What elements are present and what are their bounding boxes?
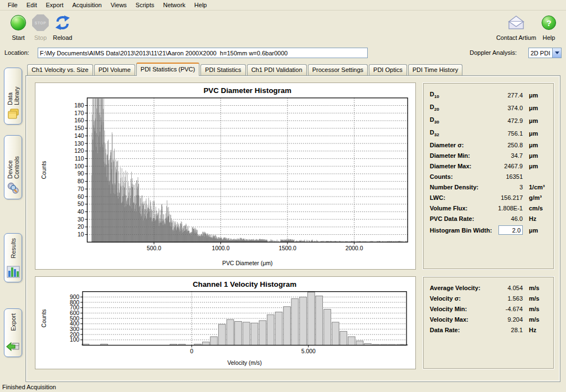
menu-item-acquisition[interactable]: Acquisition [68,1,106,9]
help-button[interactable]: ? Help [536,13,562,41]
svg-text:180: 180 [74,102,84,109]
stat-unit: μm [523,92,547,99]
pvc-stats-panel: D10277.4μmD20374.0μmD30472.9μmD32756.1μm… [423,82,554,270]
stat-value: 374.0 [488,105,523,111]
location-input[interactable] [38,48,368,58]
stat-label: D20 [430,104,488,112]
tab-processor-settings[interactable]: Processor Settings [308,64,368,75]
stat-unit: m/s [523,295,547,302]
stat-row: Number Density:31/cm³ [430,182,547,192]
menu-item-file[interactable]: File [3,1,22,9]
tab-pdi-volume[interactable]: PDI Volume [94,64,135,75]
stat-unit: μm [523,152,547,159]
location-label: Location: [4,49,29,56]
svg-text:800: 800 [70,300,80,306]
menu-item-scripts[interactable]: Scripts [131,1,159,9]
sidebar-item-results[interactable]: Results [4,233,22,282]
svg-text:2000.0: 2000.0 [346,245,363,251]
sidebar: Data LibraryDevice ControlsResultsExport [0,62,25,383]
stat-label: Velocity Min: [430,306,488,312]
doppler-analysis-dropdown[interactable]: 2D PDI [528,48,562,58]
stat-label: Volume Flux: [430,205,488,212]
stat-value: 1.808E-1 [488,205,523,212]
menu-item-network[interactable]: Network [158,1,189,9]
tab-pdi-statistics[interactable]: PDI Statistics [200,64,245,75]
svg-text:90: 90 [78,171,84,177]
svg-text:20: 20 [78,224,84,230]
stat-value: 2467.9 [488,163,523,169]
stat-unit: μm [523,130,547,137]
stat-label: Diameter Min: [430,152,488,159]
dropdown-button[interactable] [552,48,561,58]
stat-label: Number Density: [430,184,488,190]
reload-button[interactable]: Reload [47,13,79,41]
reload-button-label: Reload [47,34,79,41]
tab-ch1-velocity-vs-size[interactable]: Ch1 Velocity vs. Size [27,64,93,75]
contact-artium-button[interactable]: Contact Artium [494,13,538,41]
sidebar-item-data-library[interactable]: Data Library [4,68,22,125]
pvc-diameter-histogram-chart: PVC Diameter Histogram102030405060708090… [35,82,416,270]
stat-value: 250.8 [488,142,523,148]
svg-text:0: 0 [190,348,193,354]
stat-unit: 1/cm³ [523,184,547,190]
chevron-down-icon [555,51,559,54]
stat-unit: μm [523,227,547,234]
stat-unit: μm [523,163,547,169]
stat-row: D10277.4μm [430,89,547,101]
svg-text:500: 500 [70,316,80,322]
envelope-icon [494,13,538,32]
svg-text:1500.0: 1500.0 [279,245,296,251]
stat-unit: Hz [523,215,547,222]
stat-row: Velocity Min:-4.674m/s [430,303,547,314]
menu-item-export[interactable]: Export [42,1,68,9]
main-content: Ch1 Velocity vs. SizePDI VolumePDI Stati… [25,62,562,382]
stat-unit: cm/s [523,205,547,212]
gears-icon [7,182,20,196]
svg-text:60: 60 [78,194,84,200]
location-row: Location: Doppler Analysis: 2D PDI [0,47,566,61]
stat-unit: Hz [523,327,547,333]
stat-label: D32 [430,129,488,137]
stat-value: -4.674 [488,306,523,312]
menu-item-edit[interactable]: Edit [22,1,42,9]
velocity-histogram-chart: Channel 1 Velocity Histogram100200300400… [35,276,416,369]
stat-row: D32756.1μm [430,127,547,140]
sidebar-item-label: Device Controls [7,140,20,179]
histogram-bin-width-row: Histogram Bin Width:μm [430,224,547,236]
svg-text:130: 130 [74,141,84,147]
stat-label: LWC: [430,194,488,201]
svg-text:5.000: 5.000 [301,348,316,354]
sidebar-item-label: Data Library [7,73,20,105]
menu-item-help[interactable]: Help [190,1,212,9]
svg-text:160: 160 [74,117,84,123]
svg-text:40: 40 [78,209,84,215]
tab-pdi-optics[interactable]: PDI Optics [369,64,407,75]
menu-item-views[interactable]: Views [106,1,131,9]
stat-label: D10 [430,91,488,99]
svg-text:170: 170 [74,110,84,116]
status-bar: Finished Acquisition [0,383,566,392]
reload-icon [47,13,79,32]
doppler-analysis-value: 2D PDI [529,50,552,56]
stat-label: Velocity σ: [430,295,488,302]
stat-label: Diameter σ: [430,142,488,148]
start-icon [11,15,26,30]
svg-text:30: 30 [78,216,84,223]
tab-pdi-statistics-pvc-[interactable]: PDI Statistics (PVC) [136,63,199,76]
tab-pdi-time-history[interactable]: PDI Time History [408,64,463,75]
stat-row: D30472.9μm [430,114,547,127]
stat-value: 34.7 [488,152,523,159]
toolbar: Start STOP Stop Reload Contact Artium ? … [0,11,566,45]
tab-ch1-pdi-validation[interactable]: Ch1 PDI Validation [247,64,307,75]
stat-label: PVC Data Rate: [430,215,488,222]
svg-text:Counts: Counts [41,161,47,179]
menu-bar: FileEditExportAcquisitionViewsScriptsNet… [0,0,566,11]
stat-row: Diameter σ:250.8μm [430,140,547,150]
export-icon [6,341,20,354]
histogram-bin-width-input[interactable] [498,225,523,235]
svg-text:Channel 1 Velocity Histogram: Channel 1 Velocity Histogram [193,280,297,288]
sidebar-item-export[interactable]: Export [4,308,22,357]
stat-value: 277.4 [488,92,523,99]
stat-row: D20374.0μm [430,101,547,114]
sidebar-item-device-controls[interactable]: Device Controls [4,135,22,199]
